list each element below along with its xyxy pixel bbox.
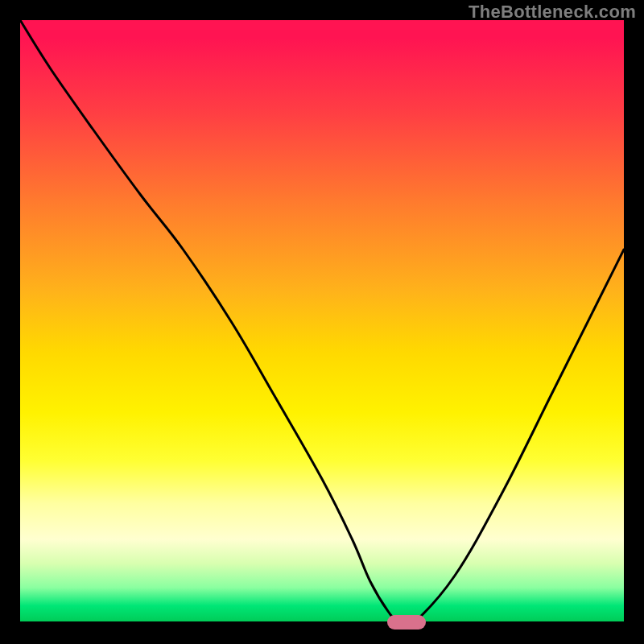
optimum-marker	[387, 615, 426, 630]
chart-frame: TheBottleneck.com	[0, 0, 644, 644]
plot-area	[20, 20, 624, 624]
bottleneck-curve	[20, 20, 624, 624]
